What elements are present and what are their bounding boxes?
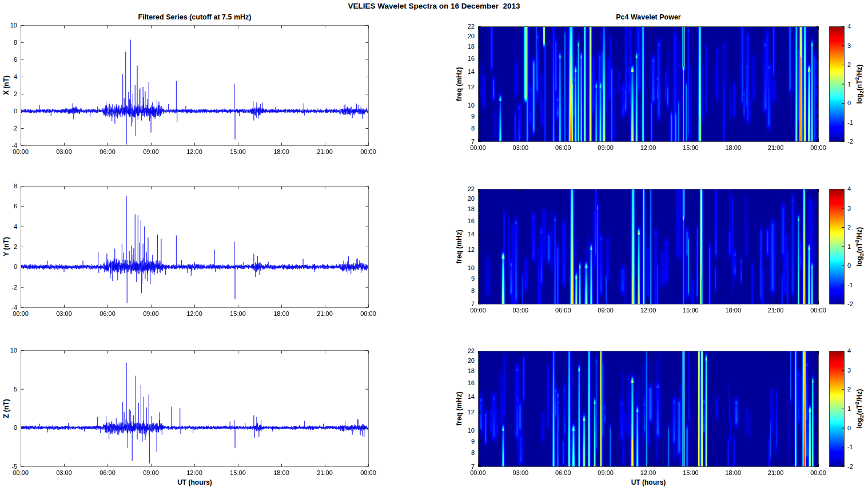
tick-label: 8: [457, 287, 475, 295]
tick-label: 15:00: [225, 310, 250, 318]
tick-label: 09:00: [138, 310, 164, 318]
tick-label: -2: [0, 125, 17, 132]
tick-label: 14: [457, 68, 475, 76]
tick-label: 18: [457, 43, 475, 50]
colorbar-label-sup: 2: [854, 402, 860, 405]
tick-label: 14: [457, 393, 475, 401]
tick-label: 0: [847, 100, 861, 107]
right-column-title: Pc4 Wavelet Power: [478, 13, 819, 21]
tick-label: 6: [0, 203, 17, 210]
tick-label: 09:00: [138, 148, 164, 156]
tick-label: 22: [457, 23, 475, 30]
tick-label: 9: [457, 438, 475, 445]
tick-label: 00:00: [806, 469, 831, 477]
tick-label: 12:00: [636, 307, 661, 314]
tick-label: 2: [0, 90, 17, 98]
tick-label: 03:00: [51, 148, 77, 156]
tick-label: 0: [0, 263, 17, 271]
tick-label: 4: [847, 185, 861, 193]
tick-label: 0: [0, 108, 17, 115]
tick-label: 15:00: [225, 469, 250, 477]
tick-label: 9: [457, 275, 475, 283]
tick-label: 15:00: [678, 144, 703, 152]
tick-label: 03:00: [508, 307, 533, 314]
tick-label: 18:00: [269, 310, 294, 318]
tick-label: 03:00: [508, 144, 533, 152]
tick-label: -4: [0, 304, 17, 311]
tick-label: 7: [457, 138, 475, 145]
tick-label: 10: [0, 347, 17, 354]
tick-label: 0: [847, 425, 861, 432]
tick-label: 2: [847, 224, 861, 231]
tick-label: 10: [0, 22, 17, 29]
figure: VELIES Wavelet Spectra on 16 December 20…: [0, 0, 868, 487]
tick-label: 06:00: [551, 469, 576, 477]
colorbar: [829, 189, 845, 304]
tick-label: 12:00: [182, 469, 207, 477]
y-axis-label-z: Z (nT): [2, 399, 10, 418]
tick-label: 8: [0, 183, 17, 190]
tick-label: 12: [457, 84, 475, 91]
tick-label: 0: [847, 262, 861, 270]
tick-label: 5: [0, 386, 17, 393]
tick-label: -4: [0, 142, 17, 149]
colorbar-label-sub: 2: [859, 415, 865, 418]
tick-label: -5: [0, 463, 17, 470]
tick-label: 18: [457, 367, 475, 375]
tick-label: 00:00: [806, 144, 831, 152]
tick-label: 16: [457, 379, 475, 387]
x-axis-label-right: UT (hours): [478, 478, 819, 486]
x-series-plot: [21, 25, 369, 146]
tick-label: 18: [457, 205, 475, 213]
tick-label: 09:00: [138, 469, 164, 477]
tick-label: 16: [457, 55, 475, 62]
colorbar: [829, 351, 845, 467]
tick-label: 12:00: [636, 144, 661, 152]
tick-label: 1: [847, 81, 861, 88]
tick-label: 7: [457, 300, 475, 308]
tick-label: 21:00: [763, 144, 789, 152]
tick-label: 09:00: [593, 307, 618, 314]
tick-label: 20: [457, 195, 475, 203]
tick-label: 4: [847, 347, 861, 355]
tick-label: 00:00: [806, 307, 831, 314]
tick-label: -2: [847, 300, 861, 308]
tick-label: 4: [0, 223, 17, 231]
y-wavelet-spectrogram: [478, 189, 819, 304]
colorbar-label-sub: 2: [859, 90, 865, 93]
tick-label: 1: [847, 243, 861, 251]
tick-label: 8: [457, 125, 475, 132]
tick-label: 12: [457, 409, 475, 416]
tick-label: -1: [847, 119, 861, 126]
tick-label: 00:00: [356, 148, 381, 156]
tick-label: 18:00: [269, 469, 294, 477]
tick-label: 22: [457, 347, 475, 355]
colorbar-label-sup: 2: [854, 77, 860, 80]
tick-label: 00:00: [356, 469, 381, 477]
tick-label: 9: [457, 113, 475, 120]
x-axis-label-left: UT (hours): [21, 478, 369, 486]
z-wavelet-spectrogram: [478, 351, 819, 467]
tick-label: 03:00: [51, 310, 77, 318]
tick-label: 8: [457, 449, 475, 457]
tick-label: 4: [0, 73, 17, 81]
tick-label: 3: [847, 205, 861, 212]
tick-label: 06:00: [551, 144, 576, 152]
tick-label: 21:00: [312, 469, 337, 477]
tick-label: 15:00: [678, 469, 703, 477]
tick-label: 7: [457, 463, 475, 470]
tick-label: 06:00: [551, 307, 576, 314]
tick-label: 16: [457, 217, 475, 225]
tick-label: 12: [457, 246, 475, 254]
tick-label: 15:00: [225, 148, 250, 156]
tick-label: 6: [0, 56, 17, 64]
tick-label: 10: [457, 427, 475, 434]
tick-label: 18:00: [720, 307, 746, 314]
tick-label: 10: [457, 102, 475, 109]
tick-label: 00:00: [356, 310, 381, 318]
left-column-title: Filtered Series (cutoff at 7.5 mHz): [21, 13, 369, 21]
tick-label: 3: [847, 367, 861, 374]
x-wavelet-spectrogram: [478, 26, 819, 142]
tick-label: 06:00: [95, 469, 120, 477]
tick-label: 21:00: [763, 469, 789, 477]
